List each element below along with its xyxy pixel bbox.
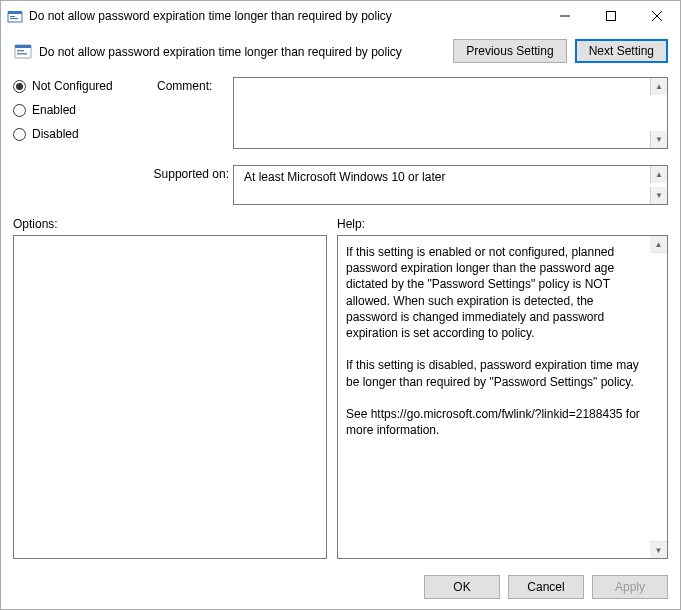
minimize-button[interactable] — [542, 1, 588, 31]
radio-icon — [13, 80, 26, 93]
scroll-down-icon[interactable]: ▼ — [650, 131, 667, 148]
svg-rect-11 — [17, 53, 27, 55]
scroll-down-icon[interactable]: ▼ — [650, 541, 667, 558]
window: Do not allow password expiration time lo… — [0, 0, 681, 610]
radio-disabled[interactable]: Disabled — [13, 127, 153, 141]
cancel-button[interactable]: Cancel — [508, 575, 584, 599]
scroll-up-icon[interactable]: ▲ — [650, 78, 667, 95]
window-title: Do not allow password expiration time lo… — [29, 9, 542, 23]
close-button[interactable] — [634, 1, 680, 31]
apply-button[interactable]: Apply — [592, 575, 668, 599]
supported-on-label: Supported on: — [13, 165, 229, 205]
supported-on-value: At least Microsoft Windows 10 or later — [238, 168, 663, 186]
radio-label: Enabled — [32, 103, 76, 117]
svg-rect-2 — [10, 16, 15, 17]
comment-input[interactable]: ▲ ▼ — [233, 77, 668, 149]
titlebar: Do not allow password expiration time lo… — [1, 1, 680, 31]
svg-rect-9 — [15, 45, 31, 48]
comment-value — [238, 80, 663, 84]
radio-label: Not Configured — [32, 79, 113, 93]
svg-rect-1 — [8, 11, 22, 14]
help-pane: ▲ If this setting is enabled or not conf… — [337, 235, 668, 559]
options-pane — [13, 235, 327, 559]
footer: OK Cancel Apply — [1, 565, 680, 609]
radio-icon — [13, 128, 26, 141]
scroll-down-icon[interactable]: ▼ — [650, 187, 667, 204]
policy-name: Do not allow password expiration time lo… — [39, 43, 453, 59]
supported-on-box: ▲ ▼ At least Microsoft Windows 10 or lat… — [233, 165, 668, 205]
header-row: Do not allow password expiration time lo… — [13, 39, 668, 63]
radio-enabled[interactable]: Enabled — [13, 103, 153, 117]
svg-rect-10 — [17, 50, 24, 52]
radio-label: Disabled — [32, 127, 79, 141]
policy-window-icon — [7, 8, 23, 24]
radio-icon — [13, 104, 26, 117]
policy-icon — [13, 41, 33, 61]
ok-button[interactable]: OK — [424, 575, 500, 599]
comment-label: Comment: — [157, 77, 229, 149]
svg-rect-5 — [607, 12, 616, 21]
config-area: Not Configured Enabled Disabled Comment:… — [13, 77, 668, 205]
radio-not-configured[interactable]: Not Configured — [13, 79, 153, 93]
previous-setting-button[interactable]: Previous Setting — [453, 39, 566, 63]
svg-rect-0 — [8, 13, 22, 22]
help-text: If this setting is enabled or not config… — [338, 236, 667, 446]
content-area: Do not allow password expiration time lo… — [1, 31, 680, 565]
help-label: Help: — [337, 217, 365, 231]
options-label: Options: — [13, 217, 337, 231]
svg-rect-3 — [10, 18, 18, 19]
window-controls — [542, 1, 680, 31]
scroll-up-icon[interactable]: ▲ — [650, 166, 667, 183]
scroll-up-icon[interactable]: ▲ — [650, 236, 667, 253]
next-setting-button[interactable]: Next Setting — [575, 39, 668, 63]
maximize-button[interactable] — [588, 1, 634, 31]
